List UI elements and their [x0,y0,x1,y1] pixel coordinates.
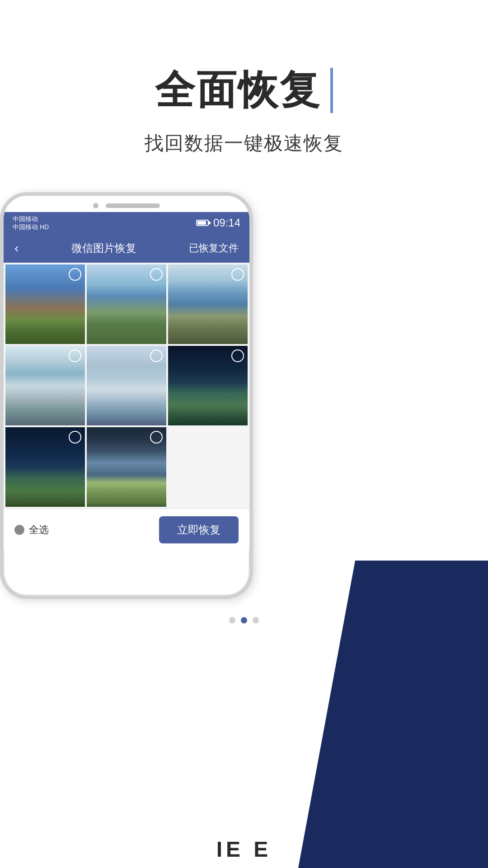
photo-checkbox-3[interactable] [231,268,244,281]
app-title: 微信图片恢复 [71,241,136,255]
photo-cell-8[interactable] [87,427,166,507]
status-bar: 中国移动 中国移动 HD 09:14 [4,212,249,234]
restored-files-button[interactable]: 已恢复文件 [189,241,239,255]
photo-cell-2[interactable] [87,264,166,344]
photo-cell-6[interactable] [168,346,248,425]
main-subtitle: 找回数据一键极速恢复 [0,131,488,156]
photo-cell-4[interactable] [5,346,85,425]
app-header: ‹ 微信图片恢复 已恢复文件 [4,234,249,263]
status-time: 09:14 [213,217,240,229]
status-right: 09:14 [196,217,240,229]
photo-cell-5[interactable] [87,346,166,425]
photo-checkbox-8[interactable] [150,431,163,443]
title-divider [330,68,333,113]
photo-checkbox-7[interactable] [69,431,81,443]
footer-text: IE E [216,837,272,862]
photo-grid [4,263,249,509]
page-header: 全面恢复 找回数据一键极速恢复 [0,0,488,183]
phone-top-area [4,196,249,212]
photo-checkbox-2[interactable] [150,268,163,281]
main-title: 全面恢复 [155,63,321,117]
bottom-action-bar: 全选 立即恢复 [4,509,249,551]
photo-cell-3[interactable] [168,264,248,344]
select-all-checkbox[interactable] [14,525,24,535]
phone-mockup: 中国移动 中国移动 HD 09:14 ‹ 微信图片恢复 已恢复文件 [0,192,253,599]
phone-speaker [106,203,160,208]
phone-camera-dot [93,203,99,208]
photo-cell-1[interactable] [5,264,85,344]
photo-checkbox-4[interactable] [69,349,81,362]
photo-checkbox-1[interactable] [69,268,81,281]
carrier1-label: 中国移动 [13,215,49,223]
photo-checkbox-5[interactable] [150,349,163,362]
page-indicator [0,599,488,651]
dot-2 [241,617,247,623]
dot-1 [229,617,235,623]
photo-cell-7[interactable] [5,427,85,507]
dot-3 [253,617,259,623]
carrier-info: 中国移动 中国移动 HD [13,215,49,231]
carrier2-label: 中国移动 HD [13,223,49,231]
back-button[interactable]: ‹ [14,241,19,255]
recover-button[interactable]: 立即恢复 [159,516,239,543]
phone-container: 中国移动 中国移动 HD 09:14 ‹ 微信图片恢复 已恢复文件 [0,192,488,599]
select-all-label: 全选 [29,523,49,537]
battery-icon [196,220,209,226]
select-all-group: 全选 [14,523,49,537]
title-row: 全面恢复 [0,63,488,117]
battery-fill [197,221,206,225]
photo-checkbox-6[interactable] [231,349,244,362]
